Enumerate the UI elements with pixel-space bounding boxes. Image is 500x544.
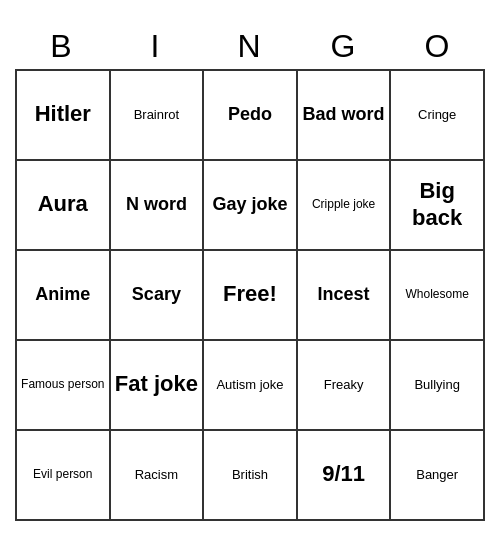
- bingo-cell-10[interactable]: Anime: [17, 251, 111, 341]
- bingo-cell-18[interactable]: Freaky: [298, 341, 392, 431]
- bingo-cell-8[interactable]: Cripple joke: [298, 161, 392, 251]
- bingo-cell-11[interactable]: Scary: [111, 251, 205, 341]
- header-letter-I: I: [109, 24, 203, 69]
- bingo-cell-19[interactable]: Bullying: [391, 341, 485, 431]
- bingo-cell-7[interactable]: Gay joke: [204, 161, 298, 251]
- bingo-cell-1[interactable]: Brainrot: [111, 71, 205, 161]
- bingo-cell-6[interactable]: N word: [111, 161, 205, 251]
- bingo-cell-3[interactable]: Bad word: [298, 71, 392, 161]
- bingo-cell-23[interactable]: 9/11: [298, 431, 392, 521]
- bingo-grid: HitlerBrainrotPedoBad wordCringeAuraN wo…: [15, 69, 485, 521]
- bingo-cell-20[interactable]: Evil person: [17, 431, 111, 521]
- bingo-cell-21[interactable]: Racism: [111, 431, 205, 521]
- bingo-board: BINGO HitlerBrainrotPedoBad wordCringeAu…: [15, 24, 485, 521]
- bingo-cell-22[interactable]: British: [204, 431, 298, 521]
- header-letter-O: O: [391, 24, 485, 69]
- bingo-cell-2[interactable]: Pedo: [204, 71, 298, 161]
- bingo-cell-12[interactable]: Free!: [204, 251, 298, 341]
- bingo-header: BINGO: [15, 24, 485, 69]
- header-letter-N: N: [203, 24, 297, 69]
- header-letter-B: B: [15, 24, 109, 69]
- bingo-cell-15[interactable]: Famous person: [17, 341, 111, 431]
- bingo-cell-5[interactable]: Aura: [17, 161, 111, 251]
- bingo-cell-13[interactable]: Incest: [298, 251, 392, 341]
- bingo-cell-17[interactable]: Autism joke: [204, 341, 298, 431]
- header-letter-G: G: [297, 24, 391, 69]
- bingo-cell-14[interactable]: Wholesome: [391, 251, 485, 341]
- bingo-cell-16[interactable]: Fat joke: [111, 341, 205, 431]
- bingo-cell-24[interactable]: Banger: [391, 431, 485, 521]
- bingo-cell-4[interactable]: Cringe: [391, 71, 485, 161]
- bingo-cell-0[interactable]: Hitler: [17, 71, 111, 161]
- bingo-cell-9[interactable]: Big back: [391, 161, 485, 251]
